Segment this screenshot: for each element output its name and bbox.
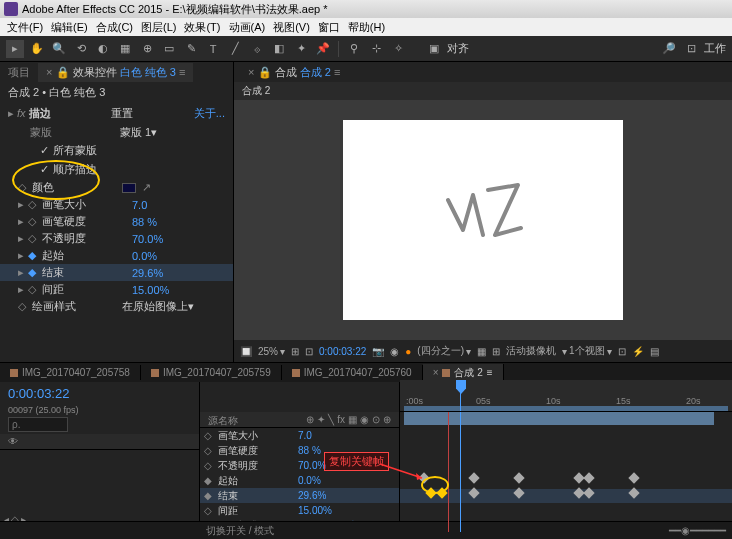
tab-menu-icon[interactable]: ≡ [487,367,493,378]
tab-close-icon[interactable]: × [433,367,439,378]
effect-fx-icon[interactable]: fx [17,107,26,119]
brush-hard-value[interactable]: 88 % [132,216,157,228]
timeline-tab-active[interactable]: × 合成 2 ≡ [423,364,504,382]
puppet-tool-icon[interactable]: 📌 [314,40,332,58]
effect-name[interactable]: 描边 [29,107,51,119]
composition-canvas[interactable] [343,120,623,320]
stopwatch-icon[interactable]: ◇ [204,445,218,456]
seq-stroke-checkbox[interactable]: ✓ [40,163,49,176]
expand-icon[interactable]: ▸ [18,249,28,262]
stopwatch-kf-icon[interactable]: ◆ [28,249,42,262]
tl-prop-value[interactable]: 0.0% [298,475,321,486]
stopwatch-icon[interactable]: ◇ [204,505,218,516]
align-label[interactable]: 对齐 [447,41,469,56]
timeline-ruler[interactable]: :00s 05s 10s 15s 20s [400,380,732,412]
resolution-dropdown[interactable]: (四分之一) ▾ [417,344,471,358]
end-value[interactable]: 29.6% [132,267,163,279]
current-time[interactable]: 0:00:03:22 [0,382,199,405]
expand-icon[interactable]: ▸ [18,215,28,228]
switch-icon[interactable]: ╲ [328,414,334,425]
stopwatch-icon[interactable]: ◇ [28,283,42,296]
paint-style-value[interactable]: 在原始图像上 ▾ [122,299,194,314]
switch-icon[interactable]: ⊕ [383,414,391,425]
effects-tab-menu-icon[interactable]: ≡ [179,66,185,78]
tl-prop-value[interactable]: 70.0% [298,460,326,471]
keyframe-selected-icon[interactable] [425,487,436,498]
camera-tool-icon[interactable]: ▦ [116,40,134,58]
eye-col-icon[interactable]: 👁 [8,436,18,447]
views-dropdown[interactable]: ▾ 1个视图 ▾ [562,344,612,358]
rgb-icon[interactable]: ● [405,346,411,357]
keyframe-icon[interactable] [468,472,479,483]
timeline-tab[interactable]: IMG_20170407_205759 [141,365,282,380]
brush-size-value[interactable]: 7.0 [132,199,147,211]
timeline-search-input[interactable] [8,417,68,432]
pixel-aspect-icon[interactable]: ⊡ [618,346,626,357]
viewer-canvas-area[interactable] [234,100,732,340]
keyframe-icon[interactable] [513,487,524,498]
workspace-label[interactable]: 工作 [704,41,726,56]
clone-tool-icon[interactable]: ⟐ [248,40,266,58]
tl-prop-value[interactable]: 88 % [298,445,321,456]
zoom-slider[interactable]: ━━◉━━━━━━ [669,525,726,536]
viewer-close-icon[interactable]: × [248,66,254,78]
effect-arrow-icon[interactable]: ▸ [8,107,14,119]
work-area-bar[interactable] [404,406,728,411]
stopwatch-icon[interactable]: ◇ [204,430,218,441]
expand-icon[interactable]: ▸ [18,198,28,211]
switch-icon[interactable]: fx [337,414,345,425]
keyframe-icon[interactable] [513,472,524,483]
camera-dropdown[interactable]: 活动摄像机 [506,344,556,358]
rotate-tool-icon[interactable]: ◐ [94,40,112,58]
expand-icon[interactable]: ▸ [18,232,28,245]
menu-window[interactable]: 窗口 [315,20,343,35]
fast-preview-icon[interactable]: ⚡ [632,346,644,357]
spacing-value[interactable]: 15.00% [132,284,169,296]
keyframe-selected-icon[interactable] [436,487,447,498]
roto-tool-icon[interactable]: ✦ [292,40,310,58]
menu-file[interactable]: 文件(F) [4,20,46,35]
timeline-tab[interactable]: IMG_20170407_205758 [0,365,141,380]
screen-icon[interactable]: ⊡ [682,40,700,58]
viewer-tab-lock-icon[interactable]: 🔒 [258,66,272,78]
timeline-tracks[interactable] [400,412,732,512]
opacity-value[interactable]: 70.0% [132,233,163,245]
eraser-tool-icon[interactable]: ◧ [270,40,288,58]
expand-icon[interactable]: ▸ [18,283,28,296]
all-masks-checkbox[interactable]: ✓ [40,144,49,157]
effect-reset[interactable]: 重置 [111,106,133,121]
text-tool-icon[interactable]: T [204,40,222,58]
roi-icon[interactable]: ▦ [477,346,486,357]
tl-prop-value[interactable]: 7.0 [298,430,312,441]
res-half-icon[interactable]: ⊡ [305,346,313,357]
timeline-track-area[interactable]: ⊡ ⊕ ▦ ⊡ 父级 :00s 05s 10s 15s 20s [400,382,732,537]
keyframe-icon[interactable] [628,487,639,498]
brush-tool-icon[interactable]: ╱ [226,40,244,58]
menu-layer[interactable]: 图层(L) [138,20,179,35]
layer-bar[interactable] [404,412,714,425]
time-display[interactable]: 0:00:03:22 [319,346,366,357]
stopwatch-icon[interactable]: ◇ [204,460,218,471]
switch-icon[interactable]: ⊙ [372,414,380,425]
eyedropper-icon[interactable]: ↗ [142,181,151,194]
expand-icon[interactable]: ▸ [18,266,28,279]
hand-tool-icon[interactable]: ✋ [28,40,46,58]
menu-help[interactable]: 帮助(H) [345,20,388,35]
viewer-comp-name[interactable]: 合成 2 [234,82,732,100]
stopwatch-icon[interactable]: ◇ [28,232,42,245]
viewer-tab-menu-icon[interactable]: ≡ [334,66,340,78]
magnify-icon[interactable]: 🔲 [240,346,252,357]
zoom-tool-icon[interactable]: 🔍 [50,40,68,58]
color-swatch[interactable] [122,183,136,193]
effects-tab-lock-icon[interactable]: 🔒 [56,66,70,78]
snap-icon[interactable]: ⚲ [345,40,363,58]
timeline-icon[interactable]: ▤ [650,346,659,357]
menu-view[interactable]: 视图(V) [270,20,313,35]
effects-tab[interactable]: × 🔒 效果控件 白色 纯色 3 ≡ [38,63,193,82]
shape-tool-icon[interactable]: ▭ [160,40,178,58]
grid-icon[interactable]: ⊞ [492,346,500,357]
selection-tool-icon[interactable]: ▸ [6,40,24,58]
snapshot-icon[interactable]: 📷 [372,346,384,357]
stopwatch-icon[interactable]: ◇ [28,198,42,211]
anchor-tool-icon[interactable]: ⊕ [138,40,156,58]
